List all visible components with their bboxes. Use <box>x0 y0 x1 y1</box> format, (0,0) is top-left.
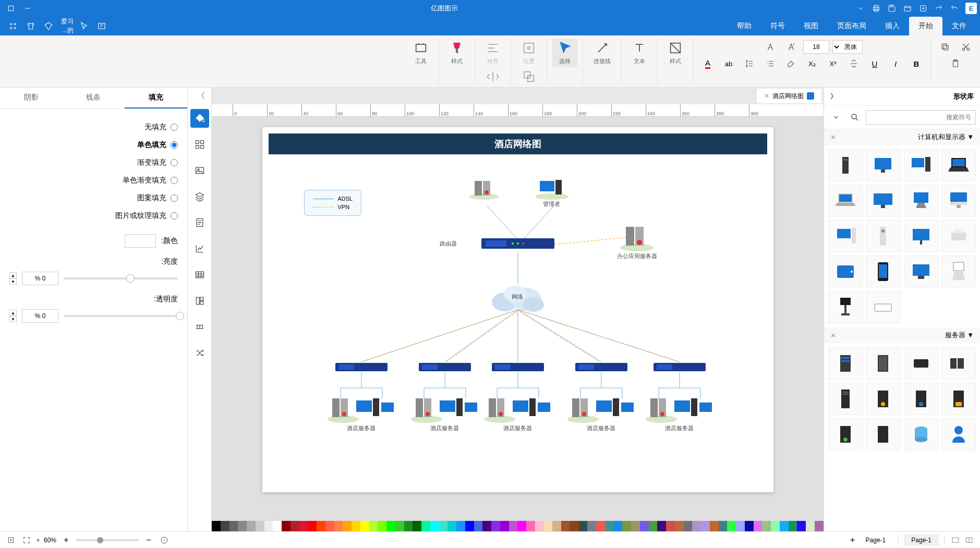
shirt-icon[interactable] <box>23 19 38 33</box>
opacity-down-icon[interactable]: ▼ <box>9 316 17 322</box>
close-category-icon[interactable]: ✕ <box>830 133 836 141</box>
maximize-button[interactable] <box>3 1 19 16</box>
color-swatch[interactable] <box>308 521 317 531</box>
hotel-cluster-5[interactable]: 酒店服务器 <box>643 393 716 432</box>
color-swatch[interactable] <box>291 521 299 531</box>
color-swatch[interactable] <box>797 521 806 531</box>
prop-tab-shadow[interactable]: 阴影 <box>0 88 63 108</box>
color-swatch[interactable] <box>238 521 247 531</box>
color-swatch[interactable] <box>526 521 535 531</box>
font-size-input[interactable] <box>803 40 829 54</box>
fullscreen-icon[interactable] <box>21 534 32 546</box>
color-swatch[interactable] <box>710 521 719 531</box>
shape-laptop-open[interactable] <box>941 149 976 181</box>
shape-kiosk[interactable] <box>941 255 976 288</box>
color-swatch[interactable] <box>229 521 238 531</box>
canvas-scroll[interactable]: 酒店网络图 ADSL VPN <box>212 117 824 521</box>
minimize-button[interactable] <box>20 1 35 16</box>
color-swatch[interactable] <box>596 521 605 531</box>
shape-tower-slim[interactable] <box>866 220 900 252</box>
menu-help[interactable]: 帮助 <box>728 17 761 35</box>
font-decrease-icon[interactable] <box>761 39 779 55</box>
page-tab-active[interactable]: Page-1 <box>858 534 893 546</box>
legend-box[interactable]: ADSL VPN <box>304 190 362 216</box>
expand-vtoolbar-icon[interactable]: 》 <box>197 91 203 102</box>
close-tab-icon[interactable]: ✕ <box>764 92 769 100</box>
print-button[interactable] <box>868 1 884 16</box>
color-swatch[interactable] <box>719 521 728 531</box>
color-swatch[interactable] <box>404 521 413 531</box>
color-swatch[interactable] <box>421 521 430 531</box>
collapse-panel-icon[interactable]: 《 <box>830 92 836 101</box>
shape-tablet-landscape[interactable] <box>828 255 863 288</box>
shape-database-cyl[interactable] <box>904 418 938 450</box>
shape-server-web[interactable] <box>904 383 938 415</box>
color-swatch[interactable] <box>544 521 553 531</box>
color-swatch[interactable] <box>500 521 509 531</box>
hotel-cluster-1[interactable]: 酒店服务器 <box>325 393 398 432</box>
document-tab[interactable]: 酒店网络图 ✕ <box>757 89 821 103</box>
line-spacing-button[interactable] <box>741 55 758 72</box>
color-swatch[interactable] <box>622 521 631 531</box>
shape-server-storage[interactable] <box>866 418 900 450</box>
vtool-chart[interactable] <box>190 239 209 258</box>
italic-button[interactable]: I <box>887 55 904 72</box>
color-swatch[interactable] <box>614 521 623 531</box>
color-swatch[interactable] <box>517 521 526 531</box>
align-button[interactable]: 对齐 <box>480 39 505 67</box>
color-swatch[interactable] <box>282 521 291 531</box>
color-swatch[interactable] <box>675 521 684 531</box>
redo-button[interactable] <box>931 1 947 16</box>
paste-button[interactable] <box>947 55 964 72</box>
zoom-in-button[interactable]: + <box>61 534 72 546</box>
color-swatch[interactable] <box>482 521 491 531</box>
node-app-server[interactable]: 办公应用服务器 <box>617 224 657 260</box>
color-swatch[interactable] <box>474 521 483 531</box>
color-swatch[interactable] <box>701 521 710 531</box>
vtool-measure[interactable] <box>190 318 209 336</box>
node-router[interactable] <box>481 236 554 251</box>
node-switch-4[interactable] <box>575 362 627 372</box>
color-swatch[interactable] <box>684 521 693 531</box>
color-swatch[interactable] <box>649 521 658 531</box>
text-tool-icon[interactable] <box>94 19 109 33</box>
shape-user-server[interactable] <box>941 418 976 450</box>
edit-text-icon[interactable]: 爱习的... <box>59 19 74 33</box>
position-button[interactable]: 位置 <box>516 39 541 67</box>
page-tab[interactable]: Page-1 <box>904 534 939 546</box>
opacity-slider[interactable] <box>64 315 178 317</box>
color-swatch[interactable] <box>256 521 264 531</box>
page-grid-icon[interactable] <box>963 534 975 546</box>
subscript-button[interactable]: X₂ <box>803 55 821 72</box>
shape-server-group[interactable] <box>941 347 976 380</box>
vtool-image[interactable] <box>190 161 209 180</box>
font-color-button[interactable]: A <box>699 55 717 72</box>
shape-kiosk-stand[interactable] <box>828 291 863 323</box>
color-swatch[interactable] <box>360 521 369 531</box>
open-button[interactable] <box>900 1 915 16</box>
color-swatch[interactable] <box>299 521 308 531</box>
color-swatch[interactable] <box>754 521 763 531</box>
more-dropdown[interactable] <box>853 1 868 16</box>
new-button[interactable] <box>915 1 931 16</box>
fit-page-icon[interactable] <box>5 534 17 546</box>
color-swatch[interactable] <box>334 521 343 531</box>
color-swatch[interactable] <box>579 521 588 531</box>
color-swatch[interactable] <box>552 521 561 531</box>
radio-mono-gradient-fill[interactable]: 单色渐变填充 <box>9 172 178 189</box>
page-list-icon[interactable] <box>950 534 961 546</box>
color-swatch[interactable] <box>806 521 815 531</box>
color-swatch[interactable] <box>570 521 579 531</box>
menu-symbol[interactable]: 符号 <box>761 17 794 35</box>
shape-monitor-stand[interactable] <box>904 185 938 217</box>
shape-display-blue[interactable] <box>904 255 938 288</box>
vtool-page[interactable] <box>190 213 209 232</box>
shape-server-blade[interactable] <box>866 347 900 380</box>
color-swatch[interactable] <box>447 521 456 531</box>
color-swatch[interactable] <box>352 521 360 531</box>
add-page-button[interactable]: + <box>847 534 858 546</box>
shape-monitor[interactable] <box>866 149 900 181</box>
shape-server-tall[interactable] <box>828 383 863 415</box>
strikethrough-button[interactable] <box>845 55 863 72</box>
zoom-out-button[interactable]: − <box>143 534 154 546</box>
